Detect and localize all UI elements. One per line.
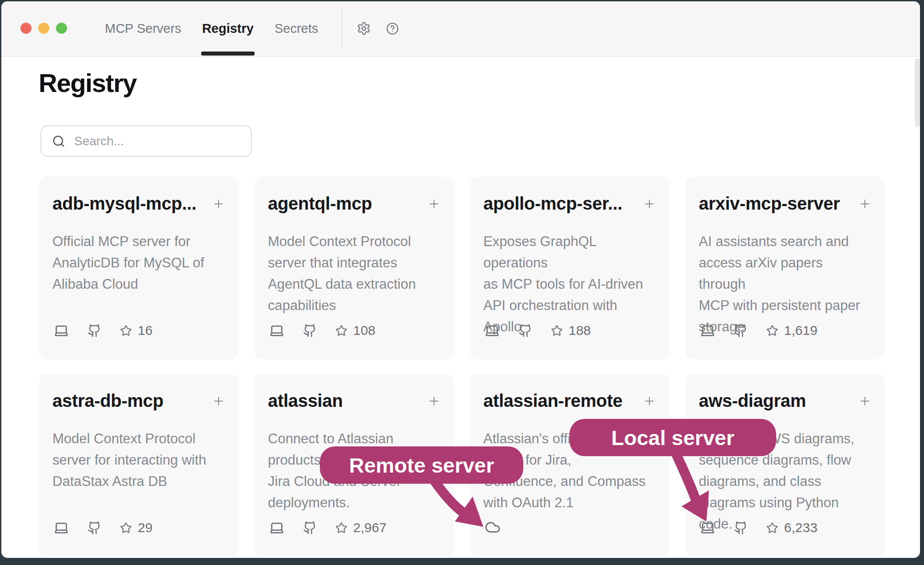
github-icon[interactable]: [518, 324, 532, 338]
star-count: 16: [138, 323, 152, 338]
search-icon: [52, 135, 65, 148]
star-icon: [551, 325, 563, 337]
card-stats: [485, 519, 519, 535]
search-input[interactable]: [74, 134, 242, 148]
server-card[interactable]: arxiv-mcp-server AI assistants search an…: [685, 177, 885, 359]
plus-icon: [427, 394, 441, 408]
tab-secrets[interactable]: Secrets: [275, 1, 318, 56]
card-stats: 1,619: [700, 323, 817, 338]
server-card[interactable]: astra-db-mcp Model Context Protocol serv…: [39, 374, 239, 557]
search-box: [40, 125, 252, 157]
cloud-icon: [485, 519, 501, 535]
server-name: atlassian: [268, 391, 343, 410]
card-header: astra-db-mcp: [52, 391, 225, 410]
star-icon: [120, 522, 132, 534]
star-count: 108: [353, 323, 375, 338]
add-server-button[interactable]: [858, 197, 872, 211]
active-tab-indicator: [201, 52, 255, 56]
server-description: AI assistants search and access arXiv pa…: [699, 231, 872, 338]
tab-label: Registry: [202, 21, 254, 36]
server-description: Exposes GraphQL operations as MCP tools …: [483, 231, 656, 338]
plus-icon: [858, 394, 872, 408]
card-stats: 2,967: [269, 520, 386, 535]
zoom-window-button[interactable]: [56, 23, 67, 34]
server-card[interactable]: adb-mysql-mcp... Official MCP server for…: [39, 177, 239, 359]
card-header: adb-mysql-mcp...: [52, 194, 225, 213]
add-server-button[interactable]: [212, 394, 225, 408]
star-icon: [766, 325, 778, 337]
card-header: arxiv-mcp-server: [699, 194, 872, 213]
plus-icon: [858, 197, 872, 211]
plus-icon: [643, 394, 656, 408]
add-server-button[interactable]: [212, 197, 225, 211]
laptop-icon: [54, 323, 69, 338]
laptop-icon: [269, 520, 284, 535]
card-header: apollo-mcp-ser...: [483, 194, 656, 213]
server-description: Official MCP server for AnalyticDB for M…: [52, 231, 225, 295]
github-icon[interactable]: [88, 324, 101, 338]
settings-button[interactable]: [357, 21, 371, 36]
star-count: 188: [569, 323, 591, 338]
star-icon: [335, 522, 347, 534]
page-title: Registry: [39, 68, 136, 98]
card-stats: 188: [485, 323, 591, 338]
close-window-button[interactable]: [20, 23, 32, 34]
add-server-button[interactable]: [427, 197, 441, 211]
tab-bar: MCP Servers Registry Secrets: [105, 1, 318, 56]
server-card[interactable]: agentql-mcp Model Context Protocol serve…: [255, 177, 454, 359]
add-server-button[interactable]: [643, 197, 656, 211]
server-card-grid: adb-mysql-mcp... Official MCP server for…: [39, 177, 885, 557]
remote-server-callout: Remote server: [320, 446, 523, 484]
star-count: 29: [138, 520, 152, 535]
star-count: 1,619: [784, 323, 817, 338]
server-name: apollo-mcp-ser...: [483, 194, 622, 213]
help-button[interactable]: [386, 22, 399, 35]
server-name: astra-db-mcp: [52, 391, 163, 410]
titlebar: MCP Servers Registry Secrets: [1, 1, 920, 57]
tab-label: Secrets: [275, 21, 318, 36]
star-icon: [766, 522, 778, 534]
laptop-icon: [700, 520, 715, 535]
github-icon[interactable]: [303, 521, 317, 535]
add-server-button[interactable]: [858, 394, 872, 408]
toolbar-divider: [342, 10, 343, 46]
card-stats: 16: [54, 323, 152, 338]
star-icon: [120, 325, 132, 337]
star-count: 2,967: [353, 520, 386, 535]
window-controls: [20, 23, 67, 34]
scrollbar-thumb[interactable]: [915, 58, 920, 127]
server-name: atlassian-remote: [483, 391, 622, 410]
remote-server-callout-label: Remote server: [349, 453, 494, 477]
laptop-icon: [700, 323, 715, 338]
laptop-icon: [485, 323, 500, 338]
card-stats: 6,233: [700, 520, 817, 535]
github-icon[interactable]: [303, 324, 317, 338]
help-icon: [386, 22, 399, 35]
minimize-window-button[interactable]: [38, 23, 49, 34]
plus-icon: [212, 394, 225, 408]
server-description: Model Context Protocol server for intera…: [52, 428, 225, 492]
server-card[interactable]: aws-diagram Generate AWS diagrams, seque…: [685, 374, 885, 557]
server-card[interactable]: apollo-mcp-ser... Exposes GraphQL operat…: [470, 177, 669, 359]
card-header: atlassian: [268, 391, 441, 410]
plus-icon: [212, 197, 225, 211]
laptop-icon: [269, 323, 284, 338]
card-header: atlassian-remote: [483, 391, 656, 410]
plus-icon: [427, 197, 441, 211]
add-server-button[interactable]: [643, 394, 656, 408]
gear-icon: [357, 21, 371, 36]
add-server-button[interactable]: [427, 394, 441, 408]
local-server-callout-label: Local server: [611, 426, 734, 450]
server-description: Model Context Protocol server that integ…: [268, 231, 441, 316]
server-name: adb-mysql-mcp...: [52, 194, 196, 213]
tab-label: MCP Servers: [105, 21, 181, 36]
plus-icon: [643, 197, 656, 211]
github-icon[interactable]: [88, 521, 101, 535]
laptop-icon: [54, 520, 69, 535]
star-count: 6,233: [784, 520, 817, 535]
tab-registry[interactable]: Registry: [202, 1, 254, 56]
github-icon[interactable]: [734, 521, 748, 535]
tab-mcp-servers[interactable]: MCP Servers: [105, 1, 181, 56]
card-header: aws-diagram: [699, 391, 872, 410]
github-icon[interactable]: [734, 324, 748, 338]
